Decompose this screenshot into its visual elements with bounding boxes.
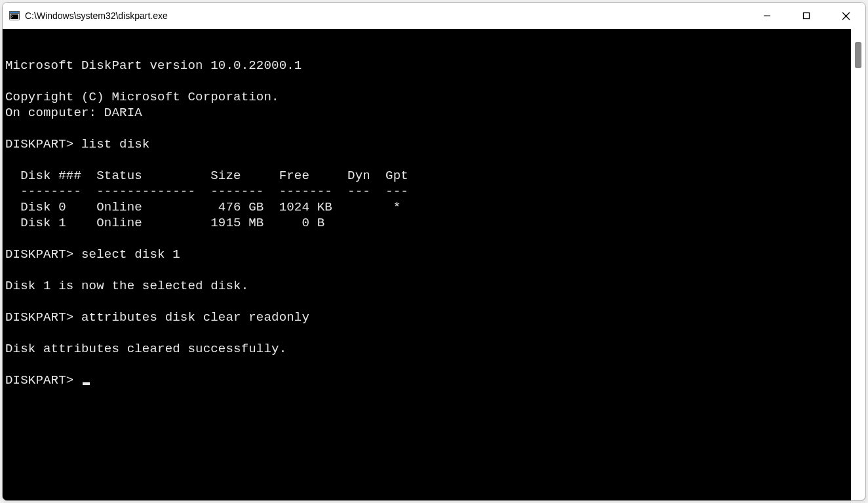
terminal-line xyxy=(5,325,851,341)
close-button[interactable] xyxy=(826,3,865,29)
terminal-app-icon xyxy=(9,10,20,21)
terminal-line xyxy=(5,357,851,372)
terminal-cursor xyxy=(83,382,90,385)
terminal-line: On computer: DARIA xyxy=(5,105,851,121)
window-controls xyxy=(747,3,865,29)
maximize-button[interactable] xyxy=(787,3,826,29)
terminal-line xyxy=(5,121,851,136)
terminal-line: Disk attributes cleared successfully. xyxy=(5,341,851,357)
terminal-line: Microsoft DiskPart version 10.0.22000.1 xyxy=(5,58,851,73)
terminal-line: Copyright (C) Microsoft Corporation. xyxy=(5,89,851,105)
minimize-button[interactable] xyxy=(747,3,787,29)
terminal-line: -------- ------------- ------- ------- -… xyxy=(5,184,851,199)
terminal-line: DISKPART> xyxy=(5,372,851,388)
terminal-line: DISKPART> select disk 1 xyxy=(5,247,851,262)
terminal-line: DISKPART> list disk xyxy=(5,136,851,152)
svg-rect-2 xyxy=(10,14,18,19)
vertical-scrollbar[interactable] xyxy=(851,29,865,500)
terminal-line xyxy=(5,231,851,247)
terminal-line: Disk 0 Online 476 GB 1024 KB * xyxy=(5,199,851,215)
titlebar[interactable]: C:\Windows\system32\diskpart.exe xyxy=(3,3,865,29)
terminal-line: Disk 1 Online 1915 MB 0 B xyxy=(5,215,851,231)
terminal-line xyxy=(5,42,851,58)
terminal-line xyxy=(5,294,851,310)
terminal-line xyxy=(5,73,851,89)
app-window: C:\Windows\system32\diskpart.exe Microso… xyxy=(2,2,866,501)
terminal-line xyxy=(5,152,851,168)
terminal-line: DISKPART> attributes disk clear readonly xyxy=(5,310,851,325)
client-area: Microsoft DiskPart version 10.0.22000.1C… xyxy=(3,29,865,500)
scrollbar-thumb[interactable] xyxy=(855,42,861,68)
terminal-line: Disk 1 is now the selected disk. xyxy=(5,278,851,294)
window-title: C:\Windows\system32\diskpart.exe xyxy=(25,10,747,21)
terminal-line xyxy=(5,262,851,278)
terminal-line: Disk ### Status Size Free Dyn Gpt xyxy=(5,168,851,184)
terminal-output[interactable]: Microsoft DiskPart version 10.0.22000.1C… xyxy=(3,29,851,500)
svg-rect-1 xyxy=(10,12,20,14)
svg-rect-4 xyxy=(804,13,810,19)
